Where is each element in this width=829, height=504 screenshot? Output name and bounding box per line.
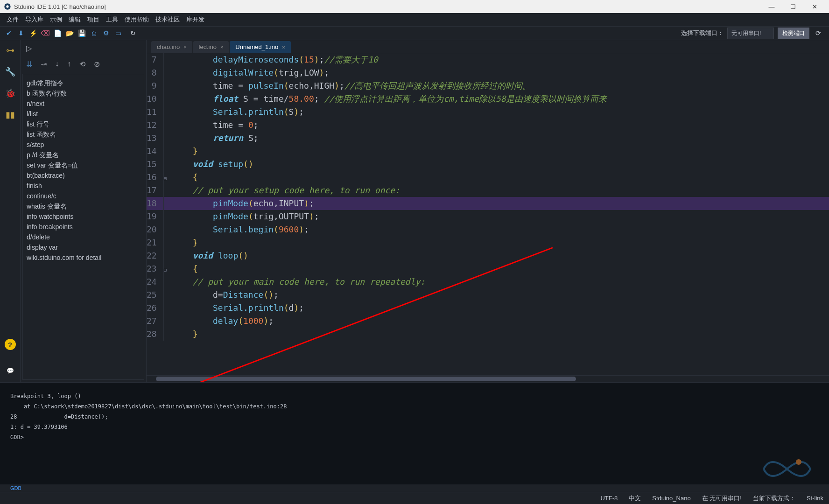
flash-button[interactable]: ⚡ bbox=[28, 28, 38, 38]
fold-marker[interactable] bbox=[164, 66, 167, 79]
code-line[interactable]: 11 Serial.println(S); bbox=[147, 105, 829, 119]
gdb-help-line[interactable]: info watchpoints bbox=[27, 211, 140, 222]
open-button[interactable]: 📂 bbox=[64, 28, 75, 38]
fold-marker[interactable] bbox=[164, 315, 167, 328]
gdb-help-line[interactable]: l/list bbox=[27, 109, 140, 119]
code-line[interactable]: 18 pinMode(echo,INPUT); bbox=[147, 197, 829, 210]
fold-marker[interactable] bbox=[164, 53, 167, 66]
fold-marker[interactable] bbox=[164, 158, 167, 171]
code-line[interactable]: 9 time = pulseIn(echo,HIGH);//高电平传回超声波从发… bbox=[147, 79, 829, 92]
gdb-help-line[interactable]: p /d 变量名 bbox=[27, 150, 140, 160]
chat-icon[interactable]: 💬 bbox=[5, 365, 16, 376]
step-out-icon[interactable]: ↑ bbox=[67, 60, 71, 68]
wrench-icon[interactable]: 🔧 bbox=[5, 66, 16, 77]
gdb-help-line[interactable]: list 行号 bbox=[27, 119, 140, 129]
save-button[interactable]: 💾 bbox=[77, 28, 87, 38]
code-line[interactable]: 10 float S = time/58.00; //使用浮点计算出距离，单位为… bbox=[147, 92, 829, 105]
gdb-help-line[interactable]: s/step bbox=[27, 140, 140, 150]
fold-marker[interactable] bbox=[164, 105, 167, 119]
gdb-help-line[interactable]: finish bbox=[27, 181, 140, 191]
fold-marker[interactable] bbox=[164, 288, 167, 301]
gdb-help-line[interactable]: display var bbox=[27, 242, 140, 252]
menu-community[interactable]: 技术社区 bbox=[153, 14, 183, 26]
connection-icon[interactable]: ⊶ bbox=[5, 45, 16, 56]
help-icon[interactable]: ? bbox=[5, 339, 16, 350]
restart-icon[interactable]: ⟲ bbox=[79, 60, 85, 69]
debug-icon[interactable]: 🐞 bbox=[5, 88, 16, 99]
menu-help[interactable]: 使用帮助 bbox=[122, 14, 152, 26]
code-line[interactable]: 21 } bbox=[147, 236, 829, 249]
editor-tab[interactable]: led.ino× bbox=[193, 41, 229, 53]
code-line[interactable]: 23⊟ { bbox=[147, 262, 829, 275]
verify-button[interactable]: ✔ bbox=[4, 28, 14, 38]
code-line[interactable]: 25 d=Distance(); bbox=[147, 288, 829, 301]
run-icon[interactable]: ▷ bbox=[26, 44, 32, 53]
fold-marker[interactable] bbox=[164, 92, 167, 105]
fold-marker[interactable] bbox=[164, 249, 167, 262]
code-line[interactable]: 16⊟ { bbox=[147, 171, 829, 184]
fold-marker[interactable] bbox=[164, 328, 167, 341]
step-over-icon[interactable]: ⤻ bbox=[41, 60, 47, 69]
detect-port-button[interactable]: 检测端口 bbox=[778, 28, 809, 39]
gdb-help-line[interactable]: wiki.stduino.com for detail bbox=[27, 252, 140, 263]
fold-marker[interactable] bbox=[164, 119, 167, 132]
fold-marker[interactable] bbox=[164, 301, 167, 315]
save-all-button[interactable]: ⎙ bbox=[89, 28, 99, 38]
code-line[interactable]: 19 pinMode(trig,OUTPUT); bbox=[147, 210, 829, 223]
fold-marker[interactable] bbox=[164, 223, 167, 236]
menu-examples[interactable]: 示例 bbox=[47, 14, 65, 26]
menu-edit[interactable]: 编辑 bbox=[66, 14, 84, 26]
menu-tools[interactable]: 工具 bbox=[103, 14, 121, 26]
code-line[interactable]: 28 } bbox=[147, 328, 829, 341]
code-editor[interactable]: 7 delayMicroseconds(15);//需要大于108 digita… bbox=[147, 53, 829, 375]
console-tab-gdb[interactable]: GDB bbox=[0, 484, 829, 492]
fold-marker[interactable] bbox=[164, 184, 167, 197]
code-line[interactable]: 12 time = 0; bbox=[147, 119, 829, 132]
close-button[interactable]: ✕ bbox=[804, 0, 825, 13]
gdb-help-line[interactable]: d/delete bbox=[27, 232, 140, 242]
terminal-button[interactable]: ▭ bbox=[113, 28, 123, 38]
editor-tab[interactable]: chao.ino× bbox=[151, 41, 192, 53]
code-line[interactable]: 27 delay(1000); bbox=[147, 315, 829, 328]
port-select[interactable]: 无可用串口! bbox=[727, 28, 774, 39]
menu-file[interactable]: 文件 bbox=[4, 14, 21, 26]
redo-button[interactable]: ↻ bbox=[128, 28, 138, 38]
maximize-button[interactable]: ☐ bbox=[782, 0, 804, 13]
erase-button[interactable]: ⌫ bbox=[40, 28, 50, 38]
fold-marker[interactable]: ⊟ bbox=[164, 262, 167, 275]
code-line[interactable]: 22 void loop() bbox=[147, 249, 829, 262]
horizontal-scrollbar[interactable] bbox=[147, 375, 829, 382]
gdb-help-line[interactable]: info breakpoints bbox=[27, 222, 140, 232]
upload-button[interactable]: ⬇ bbox=[16, 28, 26, 38]
fold-marker[interactable] bbox=[164, 132, 167, 145]
menu-libdev[interactable]: 库开发 bbox=[183, 14, 207, 26]
settings-button[interactable]: ⚙ bbox=[101, 28, 111, 38]
library-icon[interactable]: ▮▮ bbox=[5, 109, 16, 120]
refresh-button[interactable]: ⟳ bbox=[813, 28, 823, 38]
gdb-help-line[interactable]: n/next bbox=[27, 98, 140, 109]
gdb-help-line[interactable]: bt(backtrace) bbox=[27, 170, 140, 181]
code-line[interactable]: 13 return S; bbox=[147, 132, 829, 145]
gdb-help-line[interactable]: continue/c bbox=[27, 191, 140, 201]
editor-tab[interactable]: Unnamed_1.ino× bbox=[230, 41, 290, 53]
menu-import[interactable]: 导入库 bbox=[22, 14, 46, 26]
step-into-icon[interactable]: ↓ bbox=[55, 60, 59, 68]
new-file-button[interactable]: 📄 bbox=[52, 28, 63, 38]
fold-marker[interactable] bbox=[164, 236, 167, 249]
code-line[interactable]: 24 // put your main code here, to run re… bbox=[147, 275, 829, 288]
code-line[interactable]: 17 // put your setup code here, to run o… bbox=[147, 184, 829, 197]
fold-marker[interactable]: ⊟ bbox=[164, 171, 167, 184]
code-line[interactable]: 8 digitalWrite(trig,LOW); bbox=[147, 66, 829, 79]
fold-marker[interactable] bbox=[164, 197, 167, 210]
fold-marker[interactable] bbox=[164, 210, 167, 223]
code-line[interactable]: 15 void setup() bbox=[147, 158, 829, 171]
code-line[interactable]: 26 Serial.println(d); bbox=[147, 301, 829, 315]
stop-icon[interactable]: ⊘ bbox=[94, 60, 100, 69]
code-line[interactable]: 7 delayMicroseconds(15);//需要大于10 bbox=[147, 53, 829, 66]
step-down-icon[interactable]: ⇊ bbox=[26, 60, 32, 69]
gdb-help-line[interactable]: list 函数名 bbox=[27, 129, 140, 140]
tab-close-icon[interactable]: × bbox=[220, 44, 223, 50]
code-line[interactable]: 14 } bbox=[147, 145, 829, 158]
minimize-button[interactable]: — bbox=[761, 0, 782, 13]
code-line[interactable]: 20 Serial.begin(9600); bbox=[147, 223, 829, 236]
